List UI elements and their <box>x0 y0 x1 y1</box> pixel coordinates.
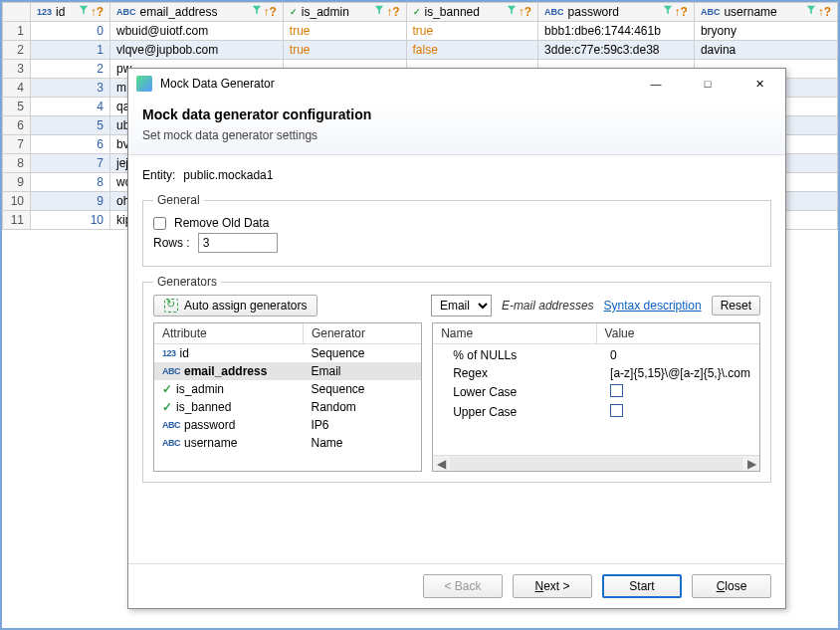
window-title: Mock Data Generator <box>160 77 638 91</box>
general-legend: General <box>153 193 204 207</box>
entity-label: Entity: <box>142 168 175 182</box>
dialog-footer: < Back Next > Start Close <box>128 563 785 608</box>
column-header-username[interactable]: ABCusername↑? <box>694 3 837 22</box>
auto-assign-label: Auto assign generators <box>184 299 307 313</box>
next-button[interactable]: Next > <box>513 574 592 598</box>
column-header-id[interactable]: 123id↑? <box>31 3 110 22</box>
generator-type-select[interactable]: Email <box>431 295 492 316</box>
column-header-is_banned[interactable]: ✓is_banned↑? <box>406 3 538 22</box>
rows-input[interactable] <box>198 233 278 253</box>
attr-col-header: Attribute <box>154 323 304 343</box>
checkbox-icon[interactable] <box>610 404 623 417</box>
property-row[interactable]: Lower Case <box>433 382 759 402</box>
entity-value: public.mockada1 <box>183 168 273 182</box>
attribute-row-email_address[interactable]: ABCemail_addressEmail <box>154 362 421 380</box>
generator-desc: E-mail addresses <box>502 299 594 313</box>
row-header-blank <box>3 3 31 22</box>
column-header-email_address[interactable]: ABCemail_address↑? <box>110 3 284 22</box>
app-icon <box>136 76 152 92</box>
mock-data-dialog: Mock Data Generator — □ ✕ Mock data gene… <box>127 68 786 609</box>
maximize-button[interactable]: □ <box>690 72 726 96</box>
generators-legend: Generators <box>153 275 221 289</box>
remove-old-label: Remove Old Data <box>174 216 269 230</box>
properties-table[interactable]: Name Value % of NULLs0Regex[a-z]{5,15}\@… <box>432 322 760 472</box>
attribute-row-username[interactable]: ABCusernameName <box>154 434 421 452</box>
horizontal-scrollbar[interactable]: ◀ ▶ <box>433 455 759 471</box>
attribute-row-is_banned[interactable]: ✓is_bannedRandom <box>154 398 421 416</box>
rows-label: Rows : <box>153 236 190 250</box>
start-button[interactable]: Start <box>602 574 682 598</box>
scroll-left-icon[interactable]: ◀ <box>433 457 449 471</box>
remove-old-checkbox[interactable] <box>153 217 166 230</box>
header-subtitle: Set mock data generator settings <box>142 128 771 142</box>
general-fieldset: General Remove Old Data Rows : <box>142 193 771 267</box>
auto-assign-icon <box>164 299 178 313</box>
scroll-right-icon[interactable]: ▶ <box>743 457 759 471</box>
reset-button[interactable]: Reset <box>712 296 760 315</box>
value-col-header: Value <box>597 323 759 343</box>
column-header-is_admin[interactable]: ✓is_admin↑? <box>283 3 406 22</box>
gen-col-header: Generator <box>304 323 421 343</box>
entity-row: Entity: public.mockada1 <box>142 168 771 182</box>
back-button: < Back <box>423 574 503 598</box>
attributes-table[interactable]: Attribute Generator 123idSequenceABCemai… <box>153 322 422 472</box>
header-title: Mock data generator configuration <box>142 106 771 122</box>
name-col-header: Name <box>433 323 596 343</box>
attribute-row-is_admin[interactable]: ✓is_adminSequence <box>154 380 421 398</box>
table-row[interactable]: 10wbuid@uiotf.comtruetruebbb1:dbe6:1744:… <box>3 22 838 41</box>
syntax-link[interactable]: Syntax description <box>604 299 702 313</box>
dialog-header: Mock data generator configuration Set mo… <box>128 99 785 155</box>
property-row[interactable]: % of NULLs0 <box>433 346 759 364</box>
property-row[interactable]: Regex[a-z]{5,15}\@[a-z]{5,}\.com <box>433 364 759 382</box>
column-header-password[interactable]: ABCpassword↑? <box>538 3 695 22</box>
minimize-button[interactable]: — <box>638 72 674 96</box>
attribute-row-id[interactable]: 123idSequence <box>154 344 421 362</box>
close-icon[interactable]: ✕ <box>741 72 777 96</box>
generators-fieldset: Generators Auto assign generators Email … <box>142 275 771 483</box>
attribute-row-password[interactable]: ABCpasswordIP6 <box>154 416 421 434</box>
auto-assign-button[interactable]: Auto assign generators <box>153 295 317 316</box>
table-row[interactable]: 21vlqve@jupbob.comtruefalse3dde:c77e:59c… <box>3 41 838 60</box>
property-row[interactable]: Upper Case <box>433 402 759 422</box>
titlebar[interactable]: Mock Data Generator — □ ✕ <box>128 69 785 99</box>
checkbox-icon[interactable] <box>610 384 623 397</box>
close-button[interactable]: Close <box>692 574 771 598</box>
